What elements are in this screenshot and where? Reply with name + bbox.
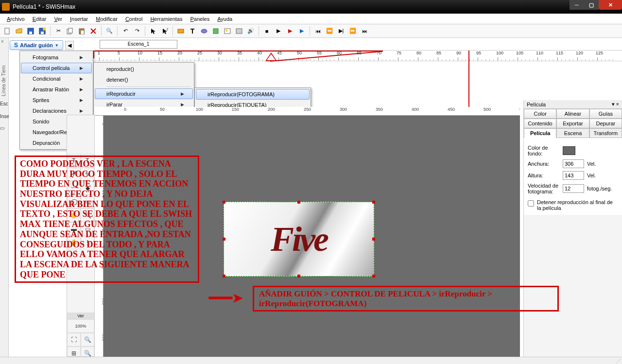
- selected-object[interactable]: Five: [224, 202, 374, 277]
- open-button[interactable]: [14, 26, 24, 36]
- menu-item[interactable]: irReproducir▶: [95, 88, 193, 99]
- panel-controls[interactable]: ▾ ×: [612, 101, 619, 107]
- height-label: Altura:: [528, 173, 560, 178]
- resize-grip-icon[interactable]: ⋰: [616, 358, 621, 364]
- play-effect-button[interactable]: ▶: [285, 26, 295, 36]
- help-pointer-button[interactable]: ?: [159, 26, 170, 36]
- height-input[interactable]: [563, 171, 584, 180]
- menu-modificar[interactable]: Modificar: [92, 15, 121, 23]
- btn-align[interactable]: Alinear: [556, 109, 589, 119]
- scene-tab[interactable]: Escena_1: [100, 40, 177, 49]
- menu-item[interactable]: Sprites▶: [21, 95, 92, 105]
- tab-inse[interactable]: Inse: [0, 114, 9, 119]
- preview-button[interactable]: ▶: [296, 26, 307, 36]
- menu-item[interactable]: Control película▶: [21, 63, 92, 73]
- resize-handle[interactable]: [297, 201, 300, 204]
- menu-control[interactable]: Control: [121, 15, 146, 23]
- tab-scene[interactable]: Escena: [556, 128, 589, 138]
- menu-paneles[interactable]: Paneles: [186, 15, 213, 23]
- close-button[interactable]: ✕: [599, 0, 622, 10]
- svg-rect-2: [29, 32, 32, 34]
- stop-button[interactable]: ■: [261, 26, 272, 36]
- redo-button[interactable]: ↷: [132, 26, 142, 36]
- zoom-tool[interactable]: 🔍: [81, 333, 94, 347]
- tab-movie[interactable]: Película: [524, 128, 556, 138]
- new-button[interactable]: [2, 26, 13, 36]
- play-button[interactable]: ▶: [273, 26, 284, 36]
- btn-content[interactable]: Contenido: [524, 119, 556, 128]
- prev-frame-button[interactable]: ⏪: [324, 26, 335, 36]
- panel-title: Película: [527, 102, 546, 107]
- menu-ver[interactable]: Ver: [50, 15, 66, 23]
- insert-scene-button[interactable]: [175, 26, 186, 36]
- pointer-button[interactable]: [148, 26, 158, 36]
- bg-color-swatch[interactable]: [563, 146, 575, 155]
- svg-rect-14: [225, 29, 230, 34]
- resize-handle[interactable]: [372, 275, 375, 277]
- resize-handle[interactable]: [223, 238, 225, 241]
- tab-transform[interactable]: Transform: [589, 128, 622, 138]
- resize-handle[interactable]: [223, 201, 225, 204]
- minimize-button[interactable]: ─: [570, 0, 584, 10]
- resize-handle[interactable]: [223, 275, 225, 277]
- zoom-fit[interactable]: ⛶: [67, 333, 81, 347]
- insert-button-button[interactable]: [199, 26, 209, 36]
- btn-guides[interactable]: Guías: [589, 109, 622, 119]
- step-button[interactable]: ⏩: [347, 26, 358, 36]
- next-frame-button[interactable]: ▶|: [336, 26, 346, 36]
- menu-ayuda[interactable]: Ayuda: [213, 15, 236, 23]
- menu-item[interactable]: reproducir(): [95, 64, 193, 74]
- insert-image-button[interactable]: [222, 26, 233, 36]
- prev-page-button[interactable]: ◀: [65, 41, 74, 50]
- first-frame-button[interactable]: ⏮: [312, 26, 323, 36]
- menu-item[interactable]: Fotograma▶: [21, 52, 92, 63]
- insert-sprite-button[interactable]: [210, 26, 221, 36]
- timeline-ruler[interactable]: 1510152025303540455055606570758085909510…: [95, 51, 622, 61]
- menu-item[interactable]: detener(): [95, 74, 193, 85]
- insert-text-button[interactable]: T: [187, 26, 198, 36]
- tab-esc[interactable]: Esc: [0, 101, 9, 106]
- menu-archivo[interactable]: Archivo: [3, 15, 29, 23]
- maximize-button[interactable]: ▢: [584, 0, 599, 10]
- resize-handle[interactable]: [372, 201, 375, 204]
- red-arrow-icon: ━━━➤: [209, 291, 243, 306]
- find-button[interactable]: 🔍: [104, 26, 115, 36]
- btn-debug[interactable]: Depurar: [589, 119, 622, 128]
- width-input[interactable]: [563, 159, 584, 168]
- red-annot-line: [93, 51, 383, 52]
- btn-export[interactable]: Exportar: [556, 119, 589, 128]
- menu-insertar[interactable]: Insertar: [66, 15, 92, 23]
- cut-button[interactable]: ✂: [53, 26, 64, 36]
- resize-handle[interactable]: [297, 275, 300, 277]
- left-dock: × Línea de Tiem Esc Inse ▭: [0, 38, 9, 357]
- menu-item[interactable]: Arrastrar Ratón▶: [21, 84, 92, 95]
- svg-point-15: [225, 30, 227, 32]
- menu-herramientas[interactable]: Herramientas: [146, 15, 186, 23]
- close-panel-icon[interactable]: ×: [1, 39, 4, 44]
- menu-editar[interactable]: Editar: [29, 15, 51, 23]
- save-button[interactable]: [25, 26, 36, 36]
- fps-input[interactable]: [563, 184, 584, 193]
- save-as-button[interactable]: [37, 26, 48, 36]
- fps-unit: fotog./seg.: [587, 186, 612, 191]
- delete-button[interactable]: [88, 26, 99, 36]
- tab-outline-icon[interactable]: ▭: [0, 125, 9, 131]
- annotation-box-2: AÑADIR GUIÓN > CONTROL DE PELICULA > irR…: [253, 286, 559, 312]
- view-label: Ver: [67, 312, 94, 319]
- zoom-level[interactable]: 100%: [67, 319, 94, 333]
- svg-rect-13: [213, 29, 218, 34]
- undo-button[interactable]: ↶: [120, 26, 131, 36]
- stop-end-checkbox[interactable]: [528, 200, 534, 207]
- menu-item[interactable]: irReproducir(FOTOGRAMA): [196, 89, 310, 100]
- svg-rect-0: [5, 28, 9, 34]
- btn-color[interactable]: Color: [524, 109, 556, 119]
- insert-sound-button[interactable]: 🔊: [245, 26, 256, 36]
- svg-text:?: ?: [166, 28, 168, 32]
- paste-button[interactable]: [76, 26, 87, 36]
- insert-content-button[interactable]: [234, 26, 244, 36]
- last-frame-button[interactable]: ⏭: [359, 26, 370, 36]
- add-script-button[interactable]: SAñadir guión▼: [10, 40, 63, 50]
- resize-handle[interactable]: [372, 238, 375, 241]
- copy-button[interactable]: [65, 26, 75, 36]
- menu-item[interactable]: Condicional▶: [21, 73, 92, 84]
